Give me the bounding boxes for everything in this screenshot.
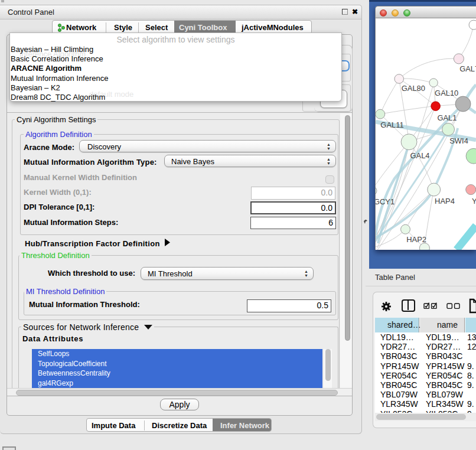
svg-text:HAP2: HAP2 [406,235,426,244]
svg-text:GAL11: GAL11 [380,120,403,129]
svg-text:GAL80: GAL80 [402,84,425,93]
svg-text:GAL10: GAL10 [435,89,458,97]
svg-text:SWI4: SWI4 [449,136,468,145]
svg-text:GAL1: GAL1 [437,113,457,122]
svg-text:GAL4: GAL4 [410,151,430,160]
svg-text:GCY1: GCY1 [375,197,395,206]
svg-text:HAP4: HAP4 [435,197,455,206]
svg-text:Y: Y [472,197,476,206]
svg-text:GAL7: GAL7 [459,64,476,73]
